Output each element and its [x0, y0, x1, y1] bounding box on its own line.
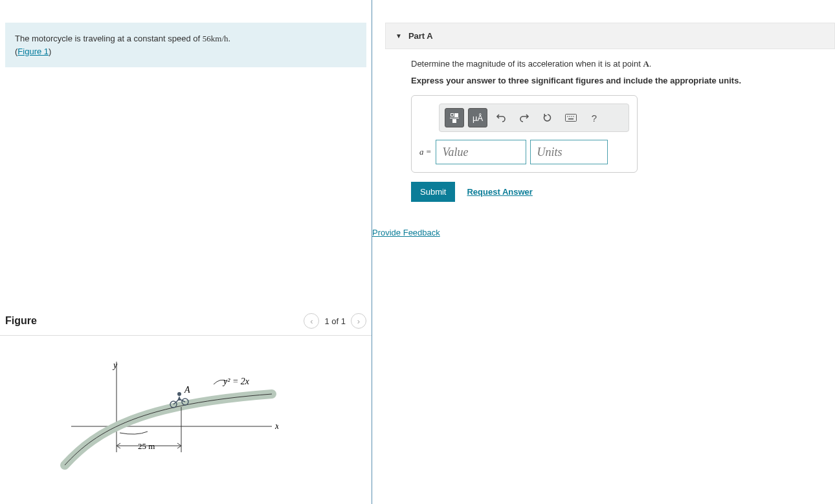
figure-section: Figure ‹ 1 of 1 › — [0, 300, 372, 504]
provide-feedback-link[interactable]: Provide Feedback — [372, 228, 440, 237]
axis-x-label: x — [274, 421, 278, 431]
curve-eq-label: y² = 2x — [222, 377, 250, 386]
reset-icon — [542, 113, 553, 123]
problem-text-suffix: . — [228, 34, 231, 43]
svg-point-12 — [573, 116, 574, 117]
action-row: Submit Request Answer — [411, 182, 835, 202]
part-a-header[interactable]: ▼ Part A — [385, 23, 835, 49]
keyboard-button[interactable] — [561, 108, 581, 127]
help-button[interactable]: ? — [584, 108, 604, 127]
template-picker-button[interactable] — [445, 108, 464, 127]
figure-pager: 1 of 1 — [324, 316, 346, 326]
problem-text-prefix: The motorcycle is traveling at a constan… — [15, 34, 203, 43]
figure-ref-close: ) — [49, 47, 51, 56]
figure-diagram: y x A y² = 2x 25 m — [6, 355, 278, 485]
units-input[interactable] — [530, 140, 608, 164]
keyboard-icon — [565, 114, 577, 122]
problem-speed: 56km/h — [203, 34, 228, 43]
svg-point-10 — [569, 116, 570, 117]
answer-box: µÅ ? a = — [411, 95, 638, 173]
svg-point-11 — [571, 116, 572, 117]
submit-button[interactable]: Submit — [411, 182, 455, 202]
figure-prev-button[interactable]: ‹ — [304, 313, 319, 329]
point-a-label: A — [184, 385, 190, 395]
svg-point-7 — [177, 392, 181, 396]
input-row: a = — [419, 140, 629, 164]
part-a-title: Part A — [408, 31, 433, 41]
redo-button[interactable] — [515, 108, 534, 127]
undo-button[interactable] — [491, 108, 511, 127]
prompt-text: Determine the magnitude of its accelerat… — [411, 59, 835, 69]
svg-rect-8 — [566, 115, 577, 122]
left-pane: The motorcycle is traveling at a constan… — [0, 0, 372, 504]
right-pane: ▼ Part A Determine the magnitude of its … — [372, 0, 835, 504]
reset-button[interactable] — [538, 108, 557, 127]
a-equals-label: a = — [419, 147, 432, 157]
units-symbol-button[interactable]: µÅ — [468, 108, 487, 127]
figure-next-button[interactable]: › — [351, 313, 366, 329]
figure-title: Figure — [5, 315, 37, 327]
instruction-text: Express your answer to three significant… — [411, 76, 835, 85]
svg-point-9 — [567, 116, 568, 117]
caret-down-icon: ▼ — [395, 32, 402, 39]
figure-body[interactable]: y x A y² = 2x 25 m — [0, 336, 372, 504]
svg-rect-13 — [568, 118, 573, 120]
figure-link[interactable]: Figure 1 — [17, 47, 49, 56]
part-a-body: Determine the magnitude of its accelerat… — [385, 49, 835, 202]
dist-label: 25 m — [138, 441, 155, 451]
problem-statement: The motorcycle is traveling at a constan… — [5, 23, 366, 67]
figure-nav: ‹ 1 of 1 › — [304, 313, 366, 329]
value-input[interactable] — [436, 140, 526, 164]
axis-y-label: y — [112, 360, 118, 370]
request-answer-link[interactable]: Request Answer — [467, 187, 532, 197]
undo-icon — [496, 113, 506, 123]
fraction-icon — [450, 113, 459, 123]
figure-header: Figure ‹ 1 of 1 › — [0, 307, 372, 336]
answer-toolbar: µÅ ? — [439, 104, 629, 132]
redo-icon — [519, 113, 529, 123]
